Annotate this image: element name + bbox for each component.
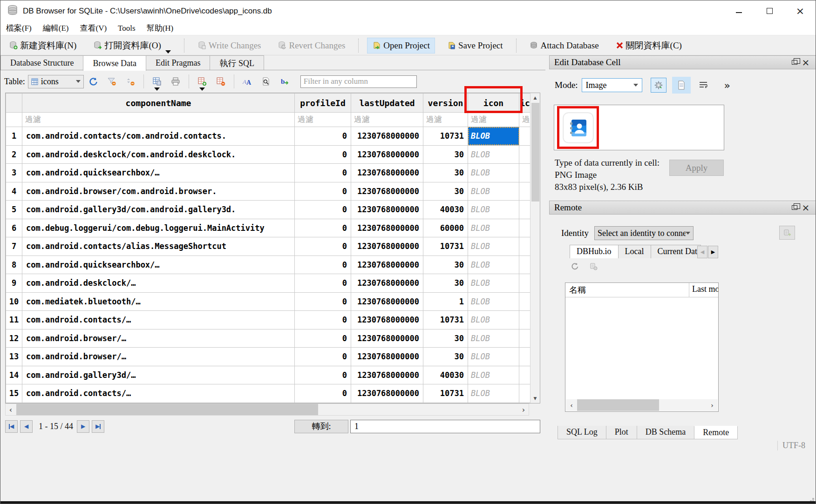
cell-componentName[interactable]: com.android.browser/…: [22, 348, 295, 366]
cell-version[interactable]: 30: [423, 182, 468, 201]
scroll-right-icon[interactable]: ›: [707, 399, 718, 411]
cell-icon[interactable]: BLOB: [468, 384, 519, 403]
save-results-button[interactable]: [149, 74, 165, 89]
cell-profileId[interactable]: 0: [295, 127, 351, 146]
col-componentName[interactable]: componentName: [22, 94, 295, 113]
insert-record-dropdown-icon[interactable]: [199, 87, 205, 91]
cell-partial[interactable]: [519, 292, 531, 311]
clear-sort-button[interactable]: [122, 74, 138, 89]
cell-lastUpdated[interactable]: 1230768000000: [351, 237, 423, 256]
cell-profileId[interactable]: 0: [295, 164, 351, 182]
open-database-button[interactable]: 打開資料庫(O): [88, 37, 175, 54]
tab-local[interactable]: Local: [618, 245, 651, 258]
cell-partial[interactable]: [519, 219, 531, 237]
cell-version[interactable]: 10731: [423, 127, 468, 146]
scroll-right-icon[interactable]: ›: [518, 404, 529, 415]
cell-lastUpdated[interactable]: 1230768000000: [351, 145, 423, 164]
cell-icon[interactable]: BLOB: [468, 292, 519, 311]
tab-edit-pragmas[interactable]: Edit Pragmas: [146, 55, 211, 70]
remote-tabs-scroll-right[interactable]: ▶: [708, 246, 718, 258]
clear-filters-button[interactable]: [104, 74, 120, 89]
vertical-scrollbar-thumb[interactable]: [531, 103, 539, 202]
row-number[interactable]: 11: [6, 311, 22, 329]
cell-version[interactable]: 30: [423, 348, 468, 366]
cell-partial[interactable]: [519, 145, 531, 164]
prev-page-button[interactable]: ◀: [20, 420, 33, 433]
cell-lastUpdated[interactable]: 1230768000000: [351, 219, 423, 237]
tab-browse-data[interactable]: Browse Data: [83, 55, 146, 71]
cell-icon[interactable]: BLOB: [468, 237, 519, 256]
cell-icon[interactable]: BLOB: [468, 182, 519, 201]
cell-partial[interactable]: [519, 274, 531, 293]
font-button[interactable]: AA: [239, 74, 255, 89]
scroll-left-icon[interactable]: ‹: [6, 404, 16, 415]
scroll-up-icon[interactable]: ▲: [530, 93, 540, 102]
goto-button[interactable]: b: [277, 74, 292, 89]
cell-icon[interactable]: BLOB: [468, 348, 519, 366]
cell-icon[interactable]: BLOB: [468, 127, 519, 146]
row-number[interactable]: 2: [6, 145, 22, 164]
last-modified-column-header[interactable]: Last mo: [689, 283, 718, 297]
menu-tools[interactable]: Tools: [112, 23, 141, 34]
cell-lastUpdated[interactable]: 1230768000000: [351, 201, 423, 219]
col-partial[interactable]: ic: [519, 94, 531, 113]
cell-componentName[interactable]: com.mediatek.bluetooth/…: [22, 292, 295, 311]
cell-version[interactable]: 10731: [423, 237, 468, 256]
row-number[interactable]: 1: [6, 127, 22, 146]
row-number[interactable]: 6: [6, 219, 22, 237]
scroll-down-icon[interactable]: ▼: [530, 394, 540, 403]
cell-version[interactable]: 10731: [423, 311, 468, 329]
cell-lastUpdated[interactable]: 1230768000000: [351, 274, 423, 293]
apply-button[interactable]: Apply: [669, 160, 724, 176]
row-number[interactable]: 5: [6, 201, 22, 219]
tab-db-schema[interactable]: DB Schema: [637, 426, 694, 439]
new-database-button[interactable]: 新建資料庫(N): [4, 37, 81, 54]
float-dock-button[interactable]: [789, 57, 800, 67]
next-page-button[interactable]: ▶: [77, 420, 89, 433]
cell-icon[interactable]: BLOB: [468, 164, 519, 182]
col-profileId[interactable]: profileId: [295, 94, 351, 113]
cell-icon[interactable]: BLOB: [468, 145, 519, 164]
col-version[interactable]: version: [423, 94, 468, 113]
cell-lastUpdated[interactable]: 1230768000000: [351, 366, 423, 384]
cell-lastUpdated[interactable]: 1230768000000: [351, 329, 423, 348]
cell-partial[interactable]: [519, 348, 531, 366]
import-data-button[interactable]: [651, 78, 666, 93]
mode-select[interactable]: Image: [582, 78, 642, 92]
filter-any-column-input[interactable]: [300, 75, 417, 88]
cell-version[interactable]: 40030: [423, 201, 468, 219]
cell-componentName[interactable]: com.android.browser/com.android.browser.: [22, 182, 295, 201]
cell-partial[interactable]: [519, 366, 531, 384]
cell-partial[interactable]: [519, 201, 531, 219]
name-column-header[interactable]: 名稱: [565, 283, 689, 297]
menu-view[interactable]: 查看(V): [75, 22, 113, 34]
cell-componentName[interactable]: com.android.contacts/…: [22, 311, 295, 329]
tab-database-structure[interactable]: Database Structure: [0, 55, 83, 70]
row-number[interactable]: 8: [6, 255, 22, 274]
remote-clone-icon[interactable]: [589, 262, 598, 270]
cell-version[interactable]: 30: [423, 255, 468, 274]
cell-componentName[interactable]: com.android.contacts/alias.MessageShortc…: [22, 237, 295, 256]
table-select[interactable]: icons: [28, 75, 84, 88]
cell-version[interactable]: 10731: [423, 384, 468, 403]
col-lastUpdated[interactable]: lastUpdated: [351, 94, 423, 113]
cell-profileId[interactable]: 0: [295, 182, 351, 201]
row-number[interactable]: 12: [6, 329, 22, 348]
scroll-left-icon[interactable]: ‹: [566, 399, 577, 411]
row-number[interactable]: 7: [6, 237, 22, 256]
encoding-status[interactable]: UTF-8: [777, 441, 810, 450]
cell-lastUpdated[interactable]: 1230768000000: [351, 384, 423, 403]
cell-version[interactable]: 30: [423, 164, 468, 182]
refresh-button[interactable]: [85, 74, 101, 89]
cell-profileId[interactable]: 0: [295, 292, 351, 311]
cell-profileId[interactable]: 0: [295, 145, 351, 164]
cell-componentName[interactable]: com.android.deskclock/…: [22, 274, 295, 293]
menu-help[interactable]: 幫助(H): [141, 22, 179, 34]
cell-componentName[interactable]: com.android.browser/…: [22, 329, 295, 348]
revert-changes-button[interactable]: Revert Changes: [273, 38, 350, 53]
close-dock-button[interactable]: ×: [800, 57, 811, 67]
row-number[interactable]: 9: [6, 274, 22, 293]
cell-profileId[interactable]: 0: [295, 219, 351, 237]
filter-input-lastUpdated[interactable]: [351, 113, 423, 127]
cell-partial[interactable]: [519, 237, 531, 256]
